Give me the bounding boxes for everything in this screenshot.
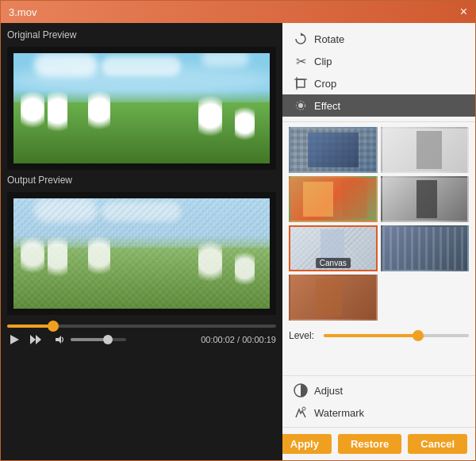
close-button[interactable]: × bbox=[460, 6, 467, 18]
action-bar: Apply Restore Cancel bbox=[282, 427, 475, 460]
canvas-label: Canvas bbox=[316, 258, 351, 268]
volume-slider[interactable] bbox=[71, 338, 126, 341]
controls-bar: 00:00:02 / 00:00:19 bbox=[7, 320, 276, 350]
app-window: 3.mov × Original Preview O bbox=[0, 0, 476, 461]
tool-rotate[interactable]: Rotate bbox=[282, 28, 475, 50]
effect-thumb-pixelate[interactable] bbox=[289, 127, 378, 173]
svg-marker-3 bbox=[56, 336, 61, 344]
main-content: Original Preview Output Preview bbox=[1, 23, 475, 460]
seek-bar-container[interactable] bbox=[7, 325, 276, 328]
effect-label: Effect bbox=[314, 100, 340, 112]
restore-button[interactable]: Restore bbox=[338, 434, 401, 454]
effect-thumb-warm[interactable] bbox=[289, 275, 378, 321]
seek-bar[interactable] bbox=[7, 325, 276, 328]
crop-label: Crop bbox=[314, 78, 336, 90]
tool-watermark[interactable]: Watermark bbox=[282, 401, 475, 424]
window-title: 3.mov bbox=[9, 6, 36, 18]
apply-button[interactable]: Apply bbox=[282, 434, 332, 454]
effect-thumb-canvas[interactable]: Canvas bbox=[289, 225, 378, 271]
svg-marker-1 bbox=[30, 335, 36, 344]
title-bar: 3.mov × bbox=[1, 1, 475, 23]
volume-fill bbox=[71, 338, 104, 341]
clip-icon: ✂ bbox=[294, 54, 308, 68]
effect-grid: Canvas bbox=[289, 127, 469, 321]
play-button[interactable] bbox=[7, 332, 21, 347]
playback-controls: 00:00:02 / 00:00:19 bbox=[7, 332, 276, 347]
svg-marker-0 bbox=[10, 335, 19, 344]
clip-label: Clip bbox=[314, 56, 332, 67]
level-fill bbox=[324, 334, 418, 337]
effect-thumb-sketch[interactable] bbox=[381, 127, 470, 173]
output-preview bbox=[7, 192, 276, 315]
effect-section: Canvas Level: bbox=[282, 122, 475, 375]
svg-marker-4 bbox=[301, 33, 304, 36]
effect-thumb-bw[interactable] bbox=[381, 176, 470, 222]
svg-point-8 bbox=[298, 103, 303, 108]
tool-adjust[interactable]: Adjust bbox=[282, 379, 475, 401]
volume-thumb[interactable] bbox=[103, 335, 113, 344]
watermark-icon bbox=[294, 405, 308, 420]
svg-marker-2 bbox=[36, 335, 41, 344]
output-preview-label: Output Preview bbox=[7, 175, 276, 186]
step-forward-button[interactable] bbox=[28, 332, 44, 347]
time-display: 00:00:02 / 00:00:19 bbox=[201, 335, 276, 344]
level-slider[interactable] bbox=[324, 334, 469, 337]
adjust-label: Adjust bbox=[314, 385, 343, 397]
volume-button[interactable] bbox=[53, 333, 67, 346]
seek-fill bbox=[7, 325, 53, 328]
rotate-icon bbox=[294, 32, 308, 46]
watermark-label: Watermark bbox=[314, 407, 364, 419]
effect-thumb-bars[interactable] bbox=[381, 225, 470, 271]
level-row: Level: bbox=[289, 327, 469, 348]
svg-point-11 bbox=[302, 407, 305, 410]
level-label: Level: bbox=[289, 330, 317, 341]
tool-clip[interactable]: ✂ Clip bbox=[282, 50, 475, 72]
effect-icon bbox=[294, 98, 308, 113]
svg-rect-5 bbox=[297, 79, 305, 87]
rotate-label: Rotate bbox=[314, 33, 344, 45]
total-time: 00:00:19 bbox=[242, 335, 276, 344]
level-thumb[interactable] bbox=[413, 330, 424, 341]
original-preview-label: Original Preview bbox=[7, 29, 276, 40]
volume-area bbox=[53, 333, 126, 346]
tool-crop[interactable]: Crop bbox=[282, 72, 475, 94]
crop-icon bbox=[294, 76, 308, 90]
right-panel: Rotate ✂ Clip Crop Effect bbox=[282, 23, 475, 460]
left-panel: Original Preview Output Preview bbox=[1, 23, 282, 460]
original-preview bbox=[7, 47, 276, 170]
adjust-icon bbox=[294, 383, 308, 398]
effect-thumb-colorful[interactable] bbox=[289, 176, 378, 222]
tool-effect[interactable]: Effect bbox=[282, 94, 475, 117]
current-time: 00:00:02 bbox=[201, 335, 235, 344]
tool-menu: Rotate ✂ Clip Crop Effect bbox=[282, 23, 475, 122]
cancel-button[interactable]: Cancel bbox=[408, 434, 467, 454]
seek-thumb[interactable] bbox=[48, 321, 59, 332]
extra-tools: Adjust Watermark bbox=[282, 375, 475, 427]
